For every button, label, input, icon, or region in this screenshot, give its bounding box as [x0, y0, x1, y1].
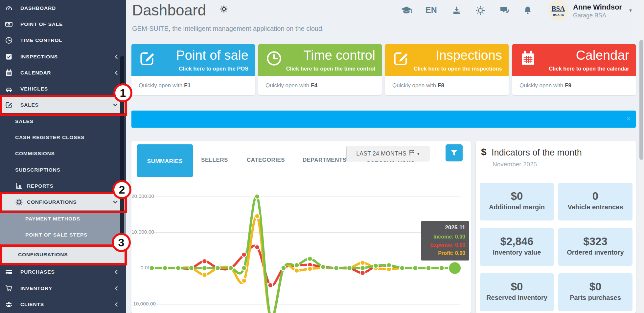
sidebar-item-label: SUBSCRIPTIONS: [15, 167, 60, 173]
calendar-w-icon: [519, 50, 537, 68]
tile-label: Ordered inventory: [558, 249, 632, 256]
sidebar-item-label: SALES: [20, 102, 39, 108]
user-name: Anne Windsor: [573, 3, 622, 11]
sidebar-item-label: TIME CONTROL: [20, 37, 62, 43]
creditcard-icon: [5, 268, 20, 276]
banner-close-icon[interactable]: ✕: [626, 115, 631, 123]
sidebar-item-label: PURCHASES: [20, 269, 55, 275]
download-icon[interactable]: [450, 4, 463, 17]
chevron-down-icon: [113, 200, 118, 204]
dollar-icon: $: [481, 146, 487, 157]
user-menu-caret-icon[interactable]: ▾: [629, 7, 632, 13]
quick-card-calendar[interactable]: Calendar Click here to open the calendar…: [512, 44, 636, 95]
tooltip-row-income: Income: 0.00: [425, 233, 465, 241]
tile-value: 0: [558, 190, 632, 202]
sidebar-item-subscriptions[interactable]: SUBSCRIPTIONS: [0, 162, 126, 178]
title-gear-icon[interactable]: [219, 5, 228, 15]
money-icon: [5, 20, 20, 28]
tile-value: $0: [480, 190, 554, 202]
quick-card-title: Inspections: [436, 48, 502, 63]
sidebar-item-configurations[interactable]: CONFIGURATIONS: [0, 194, 126, 210]
gridline: [154, 268, 460, 268]
page-scrollbar-thumb[interactable]: [639, 40, 643, 160]
indicator-tile-reserved-inventory: $0 Reserved inventory: [480, 273, 554, 311]
filter-button[interactable]: [446, 144, 463, 161]
graduation-cap-icon[interactable]: [400, 4, 413, 17]
bell-icon[interactable]: [521, 4, 534, 17]
tab-categories[interactable]: CATEGORIES: [245, 157, 287, 163]
sidebar-item-sales[interactable]: SALES: [0, 97, 126, 113]
quick-card-subtitle: Click here to open the calendar: [549, 66, 629, 72]
tab-departments[interactable]: DEPARTMENTS: [303, 157, 343, 163]
gridline: [154, 304, 460, 304]
tooltip-row-profit: Profit: 0.00: [425, 249, 465, 258]
sidebar-item-label: CASH REGISTER CLOSES: [15, 135, 85, 140]
sidebar-item-label: CLIENTS: [20, 302, 44, 307]
sidebar-item-configurations[interactable]: CONFIGURATIONS: [0, 246, 126, 262]
sidebar-item-label: CONFIGURATIONS: [27, 199, 77, 205]
sidebar-item-inventory[interactable]: INVENTORY: [0, 280, 126, 296]
range-caret-icon: ▾: [417, 151, 420, 156]
chat-icon[interactable]: [498, 4, 511, 17]
chevron-left-icon: [114, 286, 118, 291]
tab-summaries[interactable]: SUMMARIES: [137, 144, 193, 177]
sidebar-item-label: VEHICLES: [20, 86, 48, 92]
indicators-card: $ Indicators of the month November 2025 …: [476, 141, 636, 313]
flag-icon: [409, 150, 415, 157]
quick-card-inspections[interactable]: Inspections Click here to open the inspe…: [385, 44, 509, 95]
sidebar-item-inspections[interactable]: INSPECTIONS: [0, 49, 126, 65]
sidebar-item-dashboard[interactable]: DASHBOARD: [0, 0, 126, 16]
quick-card-subtitle: Click here to open the POS: [179, 66, 248, 72]
gridline: [154, 197, 460, 197]
sidebar-item-reports[interactable]: REPORTS: [0, 178, 126, 194]
quick-card-point-of-sale[interactable]: Point of sale Click here to open the POS…: [131, 44, 255, 95]
quick-card-footer: Quickly open withF1: [131, 76, 255, 95]
avatar[interactable]: BSA BSA In: [548, 0, 568, 21]
tile-value: $323: [558, 235, 632, 248]
sidebar-item-time-control[interactable]: TIME CONTROL: [0, 32, 126, 49]
dashboard-page: DASHBOARDPOINT OF SALETIME CONTROLINSPEC…: [0, 0, 644, 313]
indicator-tile-ordered-inventory: $323 Ordered inventory: [558, 228, 632, 266]
sidebar-scrollbar[interactable]: [120, 56, 124, 235]
sidebar-item-label: CALENDAR: [20, 70, 51, 76]
check-icon: [5, 53, 20, 61]
page-title: Dashboard: [132, 1, 206, 19]
sidebar-item-commissions[interactable]: COMMISSIONS: [0, 146, 126, 162]
tile-value: $0: [480, 281, 554, 293]
tile-value: $2,846: [480, 235, 554, 248]
quick-card-top: Point of sale Click here to open the POS: [131, 44, 255, 76]
edit-icon: [139, 50, 156, 68]
chevron-left-icon: [114, 54, 118, 59]
quick-card-top: Calendar Click here to open the calendar: [512, 44, 636, 76]
sidebar-nav: DASHBOARDPOINT OF SALETIME CONTROLINSPEC…: [0, 0, 126, 313]
sidebar-item-clients[interactable]: CLIENTS: [0, 296, 126, 312]
sidebar-item-calendar[interactable]: CALENDAR: [0, 65, 126, 81]
indicators-title: Indicators of the month: [492, 148, 582, 158]
annotation-circle-2: 2: [112, 180, 131, 199]
sidebar-item-vehicles[interactable]: VEHICLES: [0, 81, 126, 97]
tab-sellers[interactable]: SELLERS: [200, 157, 229, 163]
car-icon: [5, 85, 20, 93]
chart-icon: [15, 182, 27, 190]
sun-icon[interactable]: [474, 4, 487, 17]
y-tick: 10,000.00: [131, 229, 150, 235]
chevron-left-icon: [114, 302, 118, 307]
tooltip-title: 2025-11: [425, 224, 465, 231]
indicator-tiles: $0 Additional margin0 Vehicle entrances$…: [480, 183, 632, 311]
quick-card-time-control[interactable]: Time control Click here to open the time…: [258, 44, 382, 95]
cart-icon: [5, 284, 20, 292]
tile-label: Inventory value: [480, 249, 554, 256]
sidebar-item-payment-methods[interactable]: PAYMENT METHODS: [0, 211, 126, 227]
sidebar-item-label: POINT OF SALE: [20, 21, 63, 27]
quick-card-top: Inspections Click here to open the inspe…: [385, 44, 509, 76]
sidebar-item-sales[interactable]: SALES: [0, 113, 126, 129]
sidebar-item-cash-register-closes[interactable]: CASH REGISTER CLOSES: [0, 129, 126, 145]
sidebar-item-point-of-sale-steps[interactable]: POINT OF SALE STEPS: [0, 227, 126, 243]
sidebar-item-label: SALES: [15, 118, 34, 124]
indicators-subtitle: November 2025: [493, 161, 537, 168]
sidebar-item-purchases[interactable]: PURCHASES: [0, 264, 126, 280]
range-dropdown[interactable]: LAST 24 MONTHS ▾: [346, 146, 429, 161]
sidebar-item-point-of-sale[interactable]: POINT OF SALE: [0, 16, 126, 32]
tooltip-row-expense: Expense: 0.00: [425, 241, 465, 249]
language-button[interactable]: EN: [426, 5, 437, 15]
